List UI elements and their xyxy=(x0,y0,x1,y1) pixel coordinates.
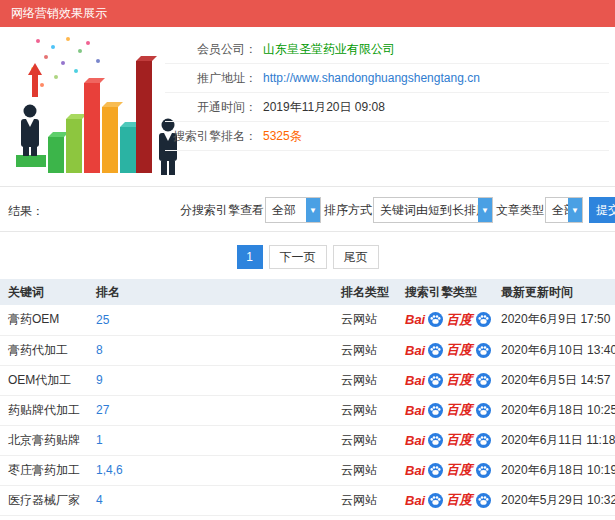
info-row-time: 开通时间： 2019年11月20日 09:08 xyxy=(165,93,609,122)
filter-bar: 结果： 分搜索引擎查看 全部 排序方式 关键词由短到长排序 文章类型 全部 提交 xyxy=(0,186,615,232)
rank-count-label: 搜索引擎排名： xyxy=(165,128,257,145)
engine-filter-select[interactable]: 全部 xyxy=(265,197,321,223)
baidu-logo: Bai百度 xyxy=(405,431,472,449)
open-time-value: 2019年11月20日 09:08 xyxy=(263,99,385,116)
pagination: 1 下一页 尾页 xyxy=(0,245,615,269)
rank-cell[interactable]: 25 xyxy=(88,305,333,335)
table-row: 菏泽膏药厂家 17 云网站 Bai百度 手机百度 2020年6月11日 11:1… xyxy=(0,515,615,520)
engine-cell: Bai百度 手机百度 xyxy=(397,395,493,425)
mobile-baidu-logo: 手机百度 xyxy=(476,402,493,419)
engine-cell: Bai百度 手机百度 xyxy=(397,305,493,335)
baidu-logo: Bai百度 xyxy=(405,311,472,329)
hero-section: 会员公司： 山东皇圣堂药业有限公司 推广地址： http://www.shand… xyxy=(0,27,615,186)
baidu-paw-icon xyxy=(476,433,491,448)
rank-cell[interactable]: 1 xyxy=(88,425,333,455)
page-title: 网络营销效果展示 xyxy=(11,6,107,20)
baidu-paw-icon xyxy=(476,343,491,358)
baidu-paw-icon xyxy=(476,493,491,508)
header-keyword: 关键词 xyxy=(0,279,88,305)
engine-cell: Bai百度 手机百度 xyxy=(397,425,493,455)
table-header-row: 关键词 排名 排名类型 搜索引擎类型 最新更新时间 xyxy=(0,279,615,305)
url-label: 推广地址： xyxy=(165,70,257,87)
article-type-select[interactable]: 全部 xyxy=(545,197,583,223)
baidu-paw-icon xyxy=(428,312,443,327)
last-page-button[interactable]: 尾页 xyxy=(333,245,379,269)
next-page-button[interactable]: 下一页 xyxy=(269,245,327,269)
rank-type-cell: 云网站 xyxy=(333,395,397,425)
header-rank-type: 排名类型 xyxy=(333,279,397,305)
rank-type-cell: 云网站 xyxy=(333,515,397,520)
updated-cell: 2020年6月18日 10:25 xyxy=(493,395,615,425)
keyword-cell: 医疗器械厂家 xyxy=(0,485,88,515)
rank-cell[interactable]: 9 xyxy=(88,365,333,395)
keyword-cell: 药贴牌代加工 xyxy=(0,395,88,425)
table-row: 医疗器械厂家 4 云网站 Bai百度 手机百度 2020年5月29日 10:32 xyxy=(0,485,615,515)
company-value: 山东皇圣堂药业有限公司 xyxy=(263,41,395,58)
engine-filter-label: 分搜索引擎查看 xyxy=(180,202,264,219)
keyword-cell: 膏药OEM xyxy=(0,305,88,335)
keyword-cell: 枣庄膏药加工 xyxy=(0,455,88,485)
rank-cell[interactable]: 8 xyxy=(88,335,333,365)
mobile-baidu-logo: 手机百度 xyxy=(476,311,493,328)
table-row: 枣庄膏药加工 1,4,6 云网站 Bai百度 手机百度 2020年6月18日 1… xyxy=(0,455,615,485)
keyword-cell: 菏泽膏药厂家 xyxy=(0,515,88,520)
company-label: 会员公司： xyxy=(165,41,257,58)
baidu-paw-icon xyxy=(428,343,443,358)
keyword-cell: OEM代加工 xyxy=(0,365,88,395)
baidu-paw-icon xyxy=(428,373,443,388)
keyword-cell: 膏药代加工 xyxy=(0,335,88,365)
updated-cell: 2020年6月11日 11:18 xyxy=(493,425,615,455)
filter-controls: 分搜索引擎查看 全部 排序方式 关键词由短到长排序 文章类型 全部 提交 xyxy=(180,196,615,224)
baidu-paw-icon xyxy=(476,312,491,327)
rank-type-cell: 云网站 xyxy=(333,485,397,515)
rank-type-cell: 云网站 xyxy=(333,425,397,455)
submit-button[interactable]: 提交 xyxy=(589,197,615,223)
promotion-url-link[interactable]: http://www.shandonghuangshengtang.cn xyxy=(263,71,480,85)
updated-cell: 2020年6月9日 17:50 xyxy=(493,305,615,335)
mobile-baidu-logo: 手机百度 xyxy=(476,492,493,509)
header-rank: 排名 xyxy=(88,279,333,305)
baidu-paw-icon xyxy=(428,433,443,448)
baidu-paw-icon xyxy=(428,493,443,508)
engine-cell: Bai百度 手机百度 xyxy=(397,365,493,395)
info-row-url: 推广地址： http://www.shandonghuangshengtang.… xyxy=(165,64,609,93)
mobile-baidu-logo: 手机百度 xyxy=(476,372,493,389)
rank-type-cell: 云网站 xyxy=(333,455,397,485)
baidu-paw-icon xyxy=(428,403,443,418)
3d-bars xyxy=(48,56,157,173)
rank-type-cell: 云网站 xyxy=(333,305,397,335)
baidu-logo: Bai百度 xyxy=(405,401,472,419)
mobile-baidu-logo: 手机百度 xyxy=(476,342,493,359)
rank-type-cell: 云网站 xyxy=(333,365,397,395)
baidu-paw-icon xyxy=(476,463,491,478)
updated-cell: 2020年6月18日 10:19 xyxy=(493,455,615,485)
page-number-current[interactable]: 1 xyxy=(237,245,263,269)
up-arrow-icon xyxy=(28,63,42,97)
sort-filter-label: 排序方式 xyxy=(324,202,372,219)
table-row: 北京膏药贴牌 1 云网站 Bai百度 手机百度 2020年6月11日 11:18 xyxy=(0,425,615,455)
header-engine-type: 搜索引擎类型 xyxy=(397,279,493,305)
engine-cell: Bai百度 手机百度 xyxy=(397,335,493,365)
baidu-logo: Bai百度 xyxy=(405,461,472,479)
table-row: 膏药OEM 25 云网站 Bai百度 手机百度 2020年6月9日 17:50 xyxy=(0,305,615,335)
rank-type-cell: 云网站 xyxy=(333,335,397,365)
rank-cell[interactable]: 27 xyxy=(88,395,333,425)
baidu-paw-icon xyxy=(428,463,443,478)
table-row: 膏药代加工 8 云网站 Bai百度 手机百度 2020年6月10日 13:40 xyxy=(0,335,615,365)
keyword-rank-table: 关键词 排名 排名类型 搜索引擎类型 最新更新时间 膏药OEM 25 云网站 B… xyxy=(0,279,615,520)
businessman-left xyxy=(16,105,46,168)
rank-cell[interactable]: 17 xyxy=(88,515,333,520)
rank-cell[interactable]: 1,4,6 xyxy=(88,455,333,485)
sort-filter-select[interactable]: 关键词由短到长排序 xyxy=(373,197,493,223)
article-type-label: 文章类型 xyxy=(496,202,544,219)
result-label: 结果： xyxy=(8,203,44,220)
table-row: 药贴牌代加工 27 云网站 Bai百度 手机百度 2020年6月18日 10:2… xyxy=(0,395,615,425)
rank-cell[interactable]: 4 xyxy=(88,485,333,515)
open-time-label: 开通时间： xyxy=(165,99,257,116)
keyword-cell: 北京膏药贴牌 xyxy=(0,425,88,455)
header-updated: 最新更新时间 xyxy=(493,279,615,305)
mobile-baidu-logo: 手机百度 xyxy=(476,462,493,479)
mobile-baidu-logo: 手机百度 xyxy=(476,432,493,449)
engine-cell: Bai百度 手机百度 xyxy=(397,515,493,520)
engine-cell: Bai百度 手机百度 xyxy=(397,455,493,485)
